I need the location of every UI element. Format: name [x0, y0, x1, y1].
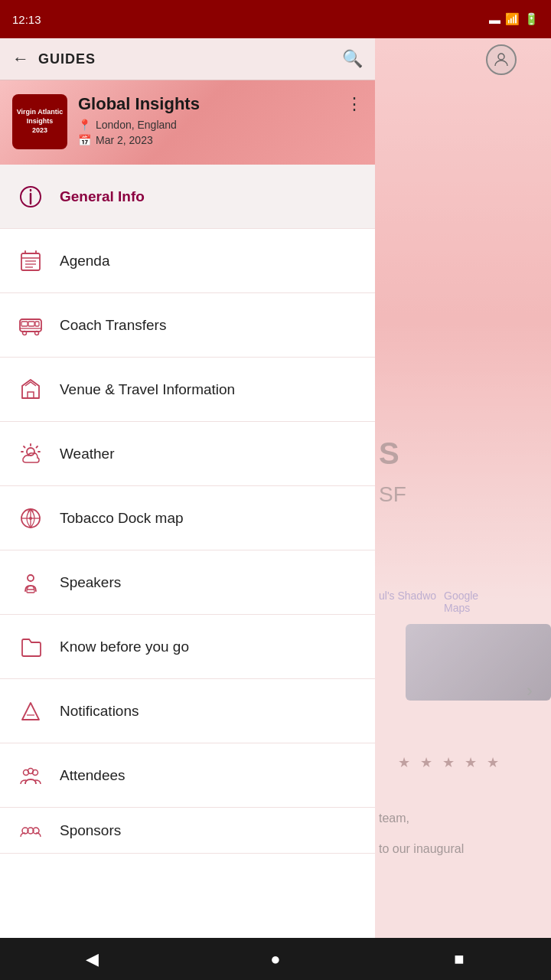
coach-transfers-icon [15, 310, 46, 341]
more-options-button[interactable]: ⋮ [346, 94, 363, 114]
status-icons: ▬ 📶 🔋 [489, 12, 539, 26]
svg-line-24 [24, 446, 25, 448]
status-time: 12:13 [12, 13, 41, 26]
right-arrow[interactable]: › [527, 680, 533, 701]
tobacco-dock-label: Tobacco Dock map [60, 510, 184, 527]
general-info-label: General Info [60, 188, 145, 205]
nav-recent-button[interactable]: ■ [436, 944, 482, 975]
status-bar: 12:13 ▬ 📶 🔋 [0, 0, 551, 38]
nav-back-button[interactable]: ◀ [69, 944, 115, 975]
profile-avatar[interactable] [486, 44, 517, 75]
attendees-icon [15, 760, 46, 791]
right-text1: team, [379, 812, 409, 825]
weather-icon [15, 439, 46, 469]
sponsors-icon [15, 815, 46, 846]
general-info-icon [15, 181, 46, 212]
sidebar-item-general-info[interactable]: General Info [0, 165, 375, 229]
sidebar-item-speakers[interactable]: Speakers [0, 550, 375, 615]
right-text2: to our inaugural [379, 842, 464, 856]
speakers-label: Speakers [60, 574, 121, 591]
sidebar-item-sponsors[interactable]: Sponsors [0, 808, 375, 854]
svg-point-19 [27, 448, 34, 456]
svg-point-15 [23, 331, 27, 335]
attendees-label: Attendees [60, 767, 126, 784]
svg-point-0 [498, 54, 504, 60]
svg-point-16 [35, 331, 39, 335]
search-icon[interactable]: 🔍 [342, 49, 363, 69]
drawer-header: ← GUIDES 🔍 [0, 38, 375, 80]
right-hint-s: S [379, 436, 399, 471]
nav-home-button[interactable]: ● [253, 944, 298, 975]
event-info: Global Insights 📍 London, England 📅 Mar … [78, 94, 363, 149]
nav-menu: General Info Agenda [0, 165, 375, 942]
event-location: 📍 London, England [78, 119, 363, 131]
sidebar-item-coach-transfers[interactable]: Coach Transfers [0, 293, 375, 358]
svg-rect-14 [35, 322, 39, 326]
calendar-icon: 📅 [78, 134, 91, 146]
sidebar-item-venue-travel[interactable]: Venue & Travel Information [0, 358, 375, 422]
agenda-icon [15, 246, 46, 276]
right-hint-sf: SF [379, 482, 406, 507]
right-hint-maps: GoogleMaps [444, 590, 478, 614]
notifications-label: Notifications [60, 703, 139, 720]
event-card: Virgin Atlantic Insights 2023 Global Ins… [0, 80, 375, 165]
know-before-label: Know before you go [60, 639, 189, 655]
agenda-label: Agenda [60, 253, 110, 270]
event-logo: Virgin Atlantic Insights 2023 [12, 94, 67, 149]
drawer-menu: ← GUIDES 🔍 Virgin Atlantic Insights 2023… [0, 38, 375, 942]
venue-travel-icon [15, 374, 46, 405]
sidebar-item-tobacco-dock-map[interactable]: Tobacco Dock map [0, 486, 375, 550]
notifications-icon [15, 696, 46, 727]
right-hint-shadow: ul's Shadwo [379, 590, 436, 602]
guides-title: GUIDES [38, 51, 333, 67]
know-before-icon [15, 632, 46, 662]
back-button[interactable]: ← [12, 49, 29, 69]
location-icon: 📍 [78, 119, 91, 131]
right-stars: ★ ★ ★ ★ ★ [398, 754, 502, 771]
sidebar-item-weather[interactable]: Weather [0, 422, 375, 486]
tobacco-dock-map-icon [15, 503, 46, 534]
sidebar-item-agenda[interactable]: Agenda [0, 229, 375, 293]
weather-label: Weather [60, 446, 114, 462]
svg-line-21 [37, 446, 38, 448]
svg-rect-12 [21, 322, 28, 326]
speakers-icon [15, 567, 46, 598]
event-title: Global Insights [78, 94, 363, 114]
bottom-nav: ◀ ● ■ [0, 938, 551, 980]
event-date: 📅 Mar 2, 2023 [78, 134, 363, 146]
venue-travel-label: Venue & Travel Information [60, 381, 235, 398]
coach-transfers-label: Coach Transfers [60, 317, 166, 334]
sidebar-item-notifications[interactable]: Notifications [0, 679, 375, 743]
svg-rect-32 [27, 590, 34, 593]
svg-rect-4 [21, 253, 40, 270]
sponsors-label: Sponsors [60, 822, 121, 839]
sidebar-item-know-before[interactable]: Know before you go [0, 615, 375, 679]
svg-rect-13 [28, 322, 34, 326]
svg-point-28 [29, 517, 32, 520]
svg-point-31 [28, 575, 34, 581]
sidebar-item-attendees[interactable]: Attendees [0, 743, 375, 808]
profile-icon[interactable] [474, 38, 528, 80]
svg-rect-18 [28, 392, 34, 398]
